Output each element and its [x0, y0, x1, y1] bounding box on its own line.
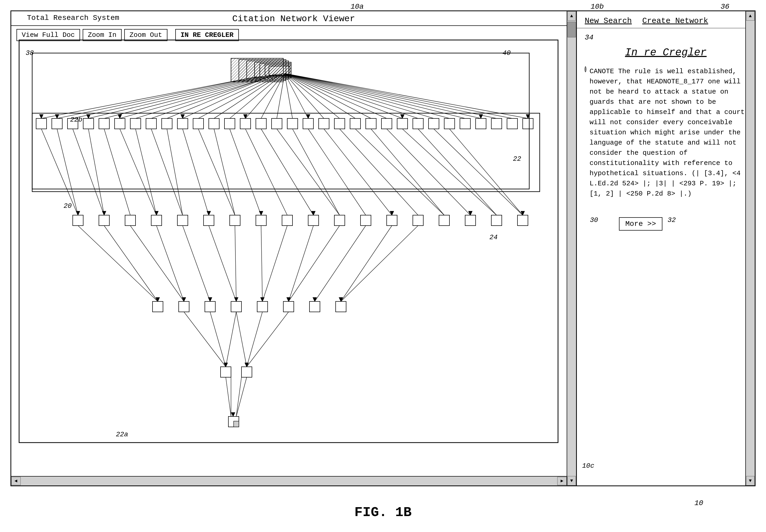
svg-line-128	[434, 129, 523, 215]
svg-marker-136	[390, 211, 394, 215]
svg-line-48	[135, 77, 270, 118]
svg-line-45	[88, 77, 262, 118]
svg-line-121	[324, 129, 392, 215]
svg-line-129	[450, 129, 523, 215]
svg-rect-25	[271, 118, 282, 129]
svg-marker-165	[260, 298, 264, 301]
horizontal-scrollbar[interactable]: ◄ ►	[11, 476, 567, 485]
vertical-scrollbar[interactable]: ▲ ▼	[567, 11, 576, 485]
svg-marker-80	[306, 115, 310, 118]
svg-line-42	[41, 77, 257, 118]
right-scroll-down[interactable]: ▼	[746, 476, 754, 485]
svg-rect-36	[444, 118, 455, 129]
main-layout: Total Research System Citation Network V…	[10, 10, 756, 486]
svg-line-155	[262, 226, 287, 301]
svg-rect-22	[224, 118, 235, 129]
svg-line-109	[135, 129, 156, 215]
svg-line-120	[308, 129, 366, 215]
fig-label: FIG. 1B	[354, 505, 412, 520]
more-button-area: 30 More >> 32	[585, 209, 747, 231]
svg-line-174	[236, 312, 247, 367]
scroll-down-arrow[interactable]: ▼	[568, 476, 576, 485]
svg-line-176	[247, 312, 288, 367]
svg-line-160	[341, 226, 418, 301]
svg-line-64	[285, 73, 387, 118]
svg-line-103	[41, 129, 78, 215]
svg-rect-101	[491, 215, 502, 226]
svg-line-149	[130, 226, 184, 301]
scroll-thumb[interactable]	[568, 22, 576, 37]
svg-line-67	[285, 73, 434, 118]
right-scroll-up[interactable]: ▲	[746, 11, 754, 21]
more-button[interactable]: More >>	[619, 217, 662, 231]
svg-marker-137	[469, 211, 472, 215]
annotation-36: 36	[720, 3, 729, 11]
scroll-up-arrow[interactable]: ▲	[568, 11, 576, 21]
svg-rect-142	[231, 301, 241, 312]
svg-line-156	[288, 226, 313, 301]
svg-line-150	[156, 226, 184, 301]
svg-line-147	[78, 226, 158, 301]
right-vertical-scrollbar[interactable]: ▲ ▼	[745, 11, 755, 485]
svg-rect-11	[52, 118, 62, 129]
svg-line-153	[235, 226, 236, 301]
annotation-10: 10	[694, 499, 703, 507]
svg-line-65	[285, 73, 403, 118]
svg-line-157	[288, 226, 339, 301]
scroll-right-arrow[interactable]: ►	[557, 477, 567, 485]
annotation-22: 22	[513, 155, 521, 163]
svg-rect-139	[152, 301, 163, 312]
svg-rect-38	[476, 118, 486, 129]
svg-rect-90	[203, 215, 214, 226]
annotation-32: 32	[668, 216, 676, 224]
right-panel-links: New Search Create Network	[577, 11, 755, 28]
svg-rect-145	[309, 301, 320, 312]
svg-line-173	[226, 312, 236, 367]
svg-rect-27	[303, 118, 313, 129]
annotation-38: 38	[26, 49, 34, 57]
svg-line-111	[167, 129, 183, 215]
svg-line-71	[285, 73, 497, 118]
svg-rect-170	[241, 367, 252, 377]
svg-marker-130	[76, 211, 80, 215]
circle-marker	[585, 66, 586, 72]
svg-rect-24	[256, 118, 266, 129]
annotation-22a: 22a	[116, 431, 128, 438]
svg-line-73	[285, 73, 528, 118]
svg-line-68	[285, 73, 450, 118]
svg-line-106	[88, 129, 104, 215]
svg-rect-30	[350, 118, 360, 129]
svg-rect-99	[439, 215, 450, 226]
svg-rect-180	[234, 421, 239, 427]
svg-line-58	[285, 73, 292, 118]
svg-rect-141	[205, 301, 215, 312]
svg-line-113	[198, 129, 235, 215]
svg-line-171	[184, 312, 226, 367]
svg-line-107	[104, 129, 130, 215]
svg-rect-40	[507, 118, 518, 129]
svg-rect-37	[460, 118, 471, 129]
new-search-link[interactable]: New Search	[585, 16, 632, 25]
svg-rect-86	[99, 215, 109, 226]
svg-rect-15	[115, 118, 125, 129]
svg-rect-89	[177, 215, 188, 226]
svg-rect-21	[209, 118, 219, 129]
svg-rect-98	[413, 215, 423, 226]
left-panel: Total Research System Citation Network V…	[11, 11, 577, 485]
right-panel-content: 34 In re Cregler CANOTE The rule is well…	[577, 28, 755, 485]
svg-rect-17	[146, 118, 156, 129]
svg-rect-14	[99, 118, 109, 129]
scroll-left-arrow[interactable]: ◄	[11, 477, 21, 485]
svg-rect-95	[334, 215, 345, 226]
svg-line-50	[167, 74, 275, 118]
svg-marker-74	[39, 115, 43, 118]
svg-line-123	[355, 129, 444, 215]
svg-rect-13	[83, 118, 94, 129]
svg-rect-41	[523, 118, 533, 129]
create-network-link[interactable]: Create Network	[642, 16, 708, 25]
annotation-20: 20	[64, 202, 72, 210]
svg-line-114	[214, 129, 235, 215]
svg-rect-16	[130, 118, 141, 129]
svg-line-69	[285, 73, 465, 118]
svg-rect-88	[151, 215, 162, 226]
